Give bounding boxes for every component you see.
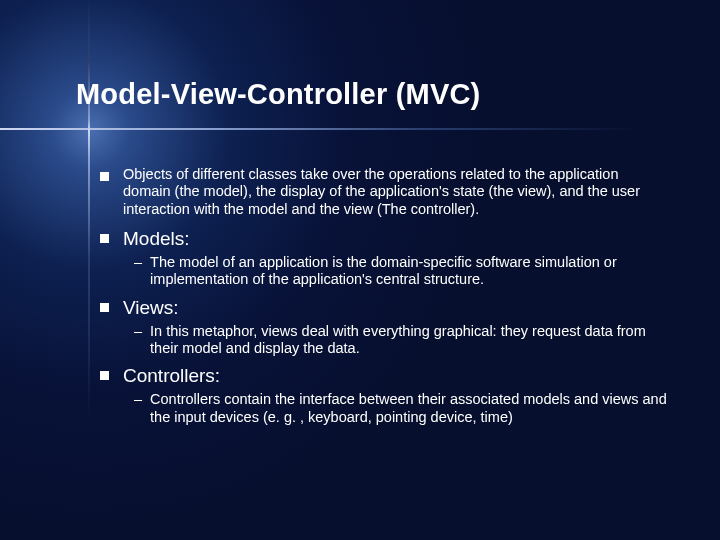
square-bullet-icon <box>100 303 109 312</box>
dash-bullet-icon: – <box>134 323 142 358</box>
sub-bullet-views: – In this metaphor, views deal with ever… <box>134 323 670 358</box>
bullet-text: Objects of different classes take over t… <box>123 166 670 218</box>
square-bullet-icon <box>100 234 109 243</box>
slide-title: Model-View-Controller (MVC) <box>76 78 480 111</box>
slide-body: Objects of different classes take over t… <box>100 166 670 434</box>
dash-bullet-icon: – <box>134 391 142 426</box>
sub-bullet-text: The model of an application is the domai… <box>150 254 670 289</box>
sub-bullet-text: In this metaphor, views deal with everyt… <box>150 323 670 358</box>
square-bullet-icon <box>100 371 109 380</box>
bullet-text: Views: <box>123 297 179 319</box>
bullet-views: Views: <box>100 297 670 319</box>
sub-bullet-text: Controllers contain the interface betwee… <box>150 391 670 426</box>
sub-bullet-models: – The model of an application is the dom… <box>134 254 670 289</box>
bullet-text: Models: <box>123 228 190 250</box>
sub-bullet-controllers: – Controllers contain the interface betw… <box>134 391 670 426</box>
horizontal-divider <box>0 128 720 130</box>
bullet-controllers: Controllers: <box>100 365 670 387</box>
bullet-text: Controllers: <box>123 365 220 387</box>
bullet-intro: Objects of different classes take over t… <box>100 166 670 218</box>
bullet-models: Models: <box>100 228 670 250</box>
dash-bullet-icon: – <box>134 254 142 289</box>
slide: Model-View-Controller (MVC) Objects of d… <box>0 0 720 540</box>
square-bullet-icon <box>100 172 109 181</box>
